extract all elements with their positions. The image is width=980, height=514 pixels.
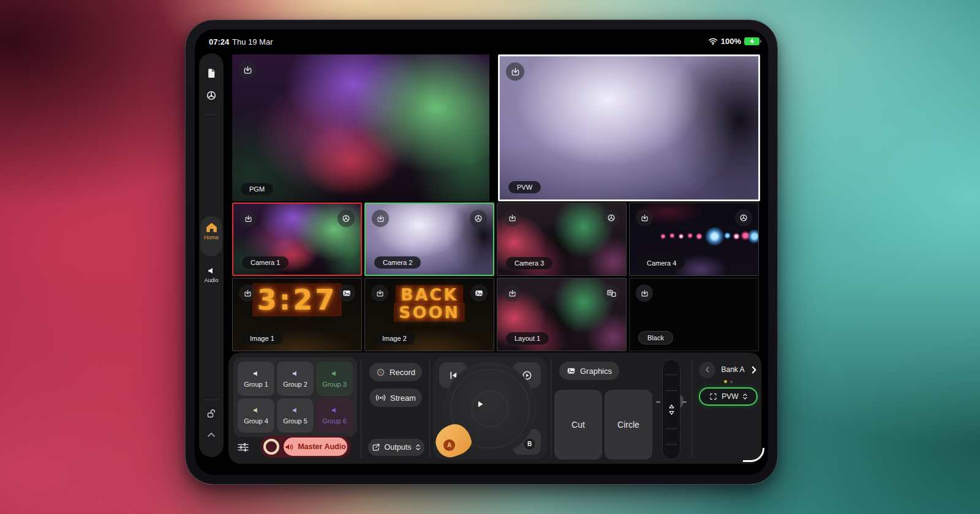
source-assign-icon[interactable] [372,210,389,227]
play-icon [475,399,485,409]
bank-label[interactable]: Bank A [715,365,750,374]
speaker-icon [292,406,300,414]
group-6-button[interactable]: Group 6 [316,398,353,433]
graphics-button[interactable]: Graphics [559,362,619,380]
camera-settings-icon[interactable] [470,210,487,227]
home-label: Home [199,234,224,240]
outputs-button[interactable]: Outputs [368,439,424,456]
pgm-label: PGM [241,183,273,195]
sidebar: Home Audio [199,53,224,457]
play-button[interactable] [462,387,497,421]
speaker-waves-icon [285,443,294,451]
updown-chevrons-icon [415,444,421,451]
tbar-tick [665,444,677,445]
source-image-2[interactable]: BACK SOON Image 2 [364,278,494,351]
bank-prev-button[interactable] [699,362,715,378]
source-camera-3[interactable]: Camera 3 [497,203,627,276]
layout-icon[interactable] [603,285,620,302]
circle-transition-button[interactable]: Circle [605,390,652,460]
source-layout-1[interactable]: Layout 1 [497,278,627,351]
group-4-button[interactable]: Group 4 [238,398,274,433]
sidebar-divider-bottom [204,400,219,400]
bank-dot [730,381,733,383]
image-icon[interactable] [338,285,355,302]
viewfinder-icon [709,392,718,401]
source-label: Camera 4 [638,257,685,269]
unlock-icon[interactable] [199,408,224,419]
bank-page-dots [699,380,758,383]
pvw-bus-selector[interactable]: PVW [699,387,758,406]
source-label: Black [638,331,673,345]
mixer-settings-icon[interactable] [237,442,249,455]
outputs-icon [372,443,380,452]
group-5-button[interactable]: Group 5 [277,398,314,433]
source-assign-icon[interactable] [239,285,256,302]
master-volume-knob[interactable] [263,439,279,455]
tbar-center-mark [656,401,660,403]
settings-dial-icon[interactable] [199,90,224,101]
master-audio-button[interactable]: Master Audio [284,438,347,456]
group-2-button[interactable]: Group 2 [277,362,314,396]
status-right: 100% [708,37,760,46]
sidebar-divider-top [204,114,219,115]
speaker-icon [331,406,339,414]
tbar-center-mark [682,401,687,403]
transport-panel: A B [433,357,547,460]
preview-monitor[interactable]: PVW [498,54,760,201]
chevron-up-icon[interactable] [199,431,224,438]
divider [692,359,692,458]
source-assign-icon[interactable] [503,285,521,302]
source-assign-icon[interactable] [506,62,524,81]
image-icon[interactable] [470,285,488,302]
source-label: Layout 1 [506,332,549,345]
source-assign-icon[interactable] [238,61,257,79]
source-image-1[interactable]: 3:27 Image 1 [232,278,362,351]
camera-settings-icon[interactable] [735,209,752,226]
group-3-button[interactable]: Group 3 [316,362,353,396]
source-assign-icon[interactable] [503,209,521,226]
corner-swipe-indicator [743,448,764,462]
source-assign-icon[interactable] [636,285,653,302]
broadcast-icon [375,393,386,402]
divider [429,359,430,458]
tbar-slider[interactable] [662,359,680,460]
source-label: Image 1 [241,332,283,345]
source-black[interactable]: Black [629,278,759,351]
camera-settings-icon[interactable] [337,210,355,227]
camera-settings-icon[interactable] [603,209,620,226]
control-bar: Group 1 Group 2 Group 3 Group 4 [228,352,761,464]
source-label: Camera 1 [242,256,288,269]
documents-icon[interactable] [199,68,224,78]
group-1-button[interactable]: Group 1 [238,362,274,396]
source-assign-icon[interactable] [371,285,388,302]
record-button[interactable]: Record [369,363,422,381]
graphics-icon [567,367,576,375]
source-camera-2[interactable]: Camera 2 [364,203,494,276]
source-assign-icon[interactable] [636,209,653,226]
bank-next-button[interactable] [750,365,758,374]
source-camera-4[interactable]: Camera 4 [629,203,759,276]
stream-button[interactable]: Stream [369,389,422,407]
app-screen: 07:24 Thu 19 Mar 100% [195,29,768,475]
divider [361,359,361,458]
audio-groups-panel: Group 1 Group 2 Group 3 Group 4 [233,357,357,437]
master-audio-wrap: Master Audio [260,436,351,458]
battery-percent: 100% [721,37,741,46]
source-assign-icon[interactable] [239,210,257,227]
tbar-tick [665,390,677,391]
cut-transition-button[interactable]: Cut [554,390,602,460]
source-label: Camera 3 [506,257,552,269]
a-badge[interactable]: A [443,439,455,451]
divider [551,359,551,458]
speaker-icon [292,370,300,378]
bank-dot-active [724,380,727,383]
program-monitor[interactable]: PGM [232,54,489,201]
ipad-device: 07:24 Thu 19 Mar 100% [185,20,778,485]
speaker-icon [331,370,339,378]
speaker-icon [252,406,260,414]
source-camera-1[interactable]: Camera 1 [232,203,362,276]
b-badge[interactable]: B [523,438,536,450]
tbar-handle[interactable] [663,400,680,419]
audio-icon[interactable] [199,266,224,275]
pvw-label: PVW [508,181,541,193]
